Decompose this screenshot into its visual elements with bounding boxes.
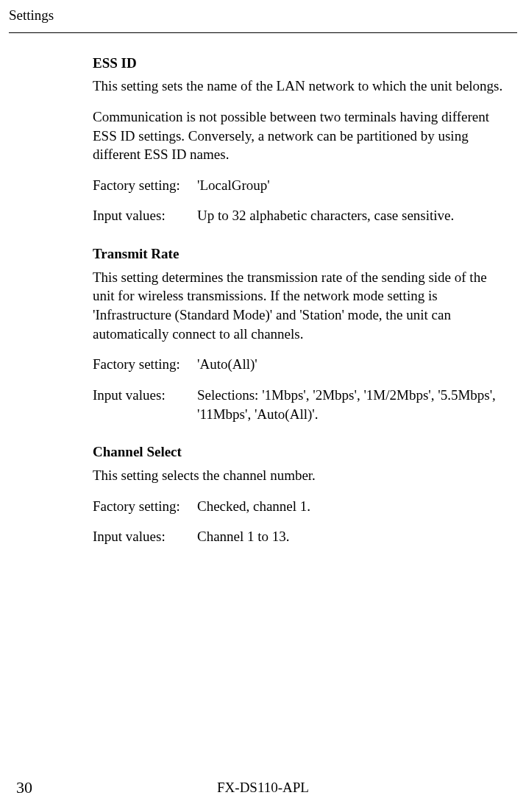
- page-header: Settings: [0, 0, 526, 25]
- transmit-heading: Transmit Rate: [93, 244, 504, 264]
- transmit-factory-row: Factory setting: 'Auto(All)': [93, 355, 504, 374]
- page-footer: 30 FX-DS110-APL: [0, 778, 526, 797]
- channel-heading: Channel Select: [93, 442, 504, 462]
- header-title: Settings: [9, 7, 54, 23]
- section-channel-select: Channel Select This setting selects the …: [93, 442, 504, 546]
- channel-input-row: Input values: Channel 1 to 13.: [93, 527, 504, 546]
- input-values-value: Selections: '1Mbps', '2Mbps', '1M/2Mbps'…: [197, 386, 504, 423]
- ess-paragraph-2: Communication is not possible between tw…: [93, 107, 504, 164]
- document-id: FX-DS110-APL: [217, 778, 309, 797]
- transmit-input-row: Input values: Selections: '1Mbps', '2Mbp…: [93, 386, 504, 423]
- factory-setting-value: 'Auto(All)': [197, 355, 504, 374]
- factory-setting-label: Factory setting:: [93, 355, 197, 374]
- input-values-value: Channel 1 to 13.: [197, 527, 504, 546]
- ess-paragraph-1: This setting sets the name of the LAN ne…: [93, 77, 504, 96]
- page-content: ESS ID This setting sets the name of the…: [0, 33, 526, 546]
- input-values-label: Input values:: [93, 386, 197, 423]
- factory-setting-label: Factory setting:: [93, 497, 197, 516]
- channel-paragraph-1: This setting selects the channel number.: [93, 466, 504, 485]
- transmit-paragraph-1: This setting determines the transmission…: [93, 268, 504, 344]
- input-values-label: Input values:: [93, 527, 197, 546]
- channel-factory-row: Factory setting: Checked, channel 1.: [93, 497, 504, 516]
- factory-setting-value: 'LocalGroup': [197, 176, 504, 195]
- ess-factory-row: Factory setting: 'LocalGroup': [93, 176, 504, 195]
- input-values-label: Input values:: [93, 206, 197, 225]
- section-ess-id: ESS ID This setting sets the name of the…: [93, 54, 504, 225]
- factory-setting-label: Factory setting:: [93, 176, 197, 195]
- factory-setting-value: Checked, channel 1.: [197, 497, 504, 516]
- ess-heading: ESS ID: [93, 54, 504, 73]
- page-number: 30: [16, 777, 32, 799]
- ess-input-row: Input values: Up to 32 alphabetic charac…: [93, 206, 504, 225]
- section-transmit-rate: Transmit Rate This setting determines th…: [93, 244, 504, 423]
- input-values-value: Up to 32 alphabetic characters, case sen…: [197, 206, 504, 225]
